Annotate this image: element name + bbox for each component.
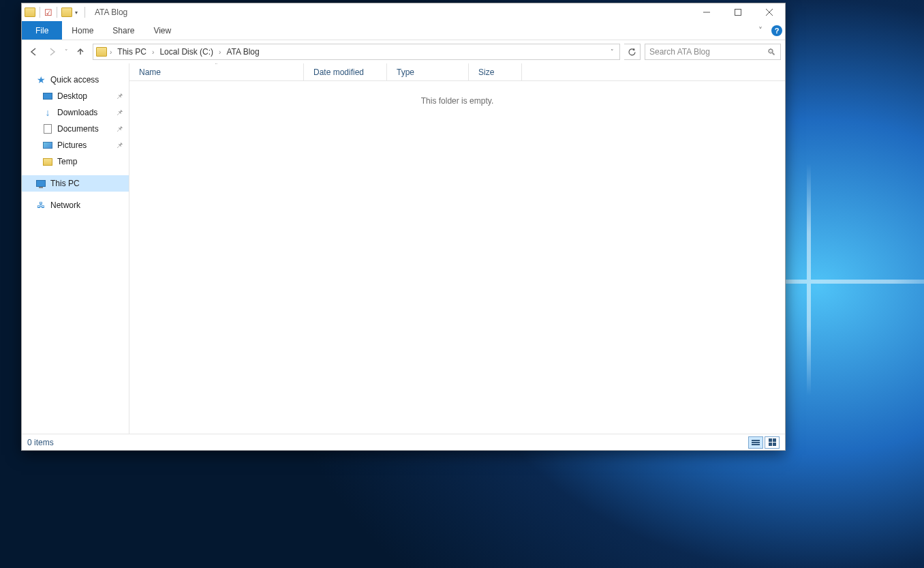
address-bar[interactable]: › This PC › Local Disk (C:) › ATA Blog ˅ xyxy=(93,44,620,60)
details-view-icon xyxy=(752,440,760,445)
desktop-icon xyxy=(42,91,53,102)
titlebar[interactable]: ☑ ▾ ATA Blog xyxy=(22,3,785,21)
folder-icon xyxy=(42,156,53,167)
window-title: ATA Blog xyxy=(95,8,127,17)
back-button[interactable] xyxy=(26,44,42,60)
window-controls xyxy=(691,3,785,21)
column-label: Type xyxy=(397,68,414,77)
separator xyxy=(40,7,40,18)
separator xyxy=(84,7,85,18)
network-icon: 🖧︎ xyxy=(35,200,46,211)
maximize-button[interactable] xyxy=(722,3,754,21)
properties-icon[interactable]: ☑ xyxy=(44,8,52,18)
nav-label: Temp xyxy=(57,157,77,166)
folder-icon[interactable] xyxy=(61,8,72,17)
file-explorer-window: ☑ ▾ ATA Blog File Home Share View ˅ ? ˅ … xyxy=(21,3,786,451)
content-area[interactable]: Name ˄ Date modified Type Size This fold… xyxy=(129,63,785,434)
documents-icon xyxy=(42,123,53,134)
navigation-pane[interactable]: ★ Quick access Desktop 📌︎ ↓ Downloads 📌︎… xyxy=(22,63,129,434)
search-input[interactable] xyxy=(649,47,767,57)
column-header-name[interactable]: Name ˄ xyxy=(129,63,304,80)
nav-label: Documents xyxy=(57,124,99,134)
column-header-size[interactable]: Size xyxy=(469,63,522,80)
address-dropdown-icon[interactable]: ˅ xyxy=(606,48,618,55)
thumbnails-view-icon xyxy=(769,438,776,446)
pin-icon: 📌︎ xyxy=(116,108,123,117)
nav-quick-access[interactable]: ★ Quick access xyxy=(22,72,129,88)
sort-ascending-icon: ˄ xyxy=(215,63,218,69)
help-button[interactable]: ? xyxy=(769,21,785,40)
pin-icon: 📌︎ xyxy=(116,141,123,149)
column-label: Date modified xyxy=(313,68,364,77)
view-thumbnails-button[interactable] xyxy=(765,436,780,449)
status-bar: 0 items xyxy=(22,434,785,450)
breadcrumb-this-pc[interactable]: This PC xyxy=(113,44,151,59)
ribbon: File Home Share View ˅ ? xyxy=(22,21,785,40)
search-box[interactable]: 🔍︎ xyxy=(645,44,781,60)
column-header-date[interactable]: Date modified xyxy=(304,63,387,80)
nav-label: Quick access xyxy=(50,75,99,85)
empty-folder-message: This folder is empty. xyxy=(129,81,785,434)
pictures-icon xyxy=(42,140,53,151)
ribbon-tab-share[interactable]: Share xyxy=(103,21,144,40)
navigation-row: ˅ › This PC › Local Disk (C:) › ATA Blog… xyxy=(22,40,785,63)
ribbon-tab-view[interactable]: View xyxy=(144,21,181,40)
breadcrumb-local-disk[interactable]: Local Disk (C:) xyxy=(155,44,217,59)
column-headers: Name ˄ Date modified Type Size xyxy=(129,63,785,81)
downloads-icon: ↓ xyxy=(42,107,53,118)
minimize-button[interactable] xyxy=(691,3,722,21)
chevron-right-icon[interactable]: › xyxy=(217,48,222,56)
nav-label: Pictures xyxy=(57,140,87,150)
column-label: Size xyxy=(478,68,494,77)
forward-button[interactable] xyxy=(44,44,60,60)
chevron-right-icon[interactable]: › xyxy=(151,48,155,56)
refresh-button[interactable] xyxy=(624,44,641,60)
breadcrumb-current[interactable]: ATA Blog xyxy=(222,44,263,59)
pin-icon: 📌︎ xyxy=(116,125,123,133)
nav-label: Network xyxy=(50,200,80,210)
nav-this-pc[interactable]: This PC xyxy=(22,175,129,192)
nav-item-pictures[interactable]: Pictures 📌︎ xyxy=(22,137,129,153)
close-button[interactable] xyxy=(754,3,785,21)
chevron-right-icon[interactable]: › xyxy=(108,48,113,56)
quick-access-icon: ★ xyxy=(35,74,46,85)
column-label: Name xyxy=(139,68,161,77)
search-icon[interactable]: 🔍︎ xyxy=(767,47,776,57)
history-dropdown-icon[interactable]: ˅ xyxy=(61,48,71,55)
nav-network[interactable]: 🖧︎ Network xyxy=(22,197,129,213)
nav-item-documents[interactable]: Documents 📌︎ xyxy=(22,121,129,137)
nav-item-temp[interactable]: Temp xyxy=(22,153,129,170)
help-icon: ? xyxy=(771,25,782,36)
quick-access-toolbar: ☑ ▾ xyxy=(25,7,89,18)
separator xyxy=(57,7,57,18)
folder-icon xyxy=(25,8,35,17)
ribbon-tab-file[interactable]: File xyxy=(22,21,62,40)
pin-icon: 📌︎ xyxy=(116,92,123,100)
nav-label: Downloads xyxy=(57,108,97,117)
view-details-button[interactable] xyxy=(748,436,763,449)
ribbon-expand-icon[interactable]: ˅ xyxy=(752,21,769,40)
svg-rect-1 xyxy=(735,10,741,16)
column-header-type[interactable]: Type xyxy=(387,63,469,80)
item-count: 0 items xyxy=(27,438,54,447)
nav-label: Desktop xyxy=(57,91,87,101)
ribbon-tab-home[interactable]: Home xyxy=(62,21,103,40)
this-pc-icon xyxy=(35,178,46,189)
nav-item-desktop[interactable]: Desktop 📌︎ xyxy=(22,88,129,104)
nav-label: This PC xyxy=(50,179,80,188)
up-button[interactable] xyxy=(72,44,89,60)
qat-dropdown-icon[interactable]: ▾ xyxy=(75,10,78,16)
nav-item-downloads[interactable]: ↓ Downloads 📌︎ xyxy=(22,104,129,121)
folder-icon xyxy=(96,47,107,57)
